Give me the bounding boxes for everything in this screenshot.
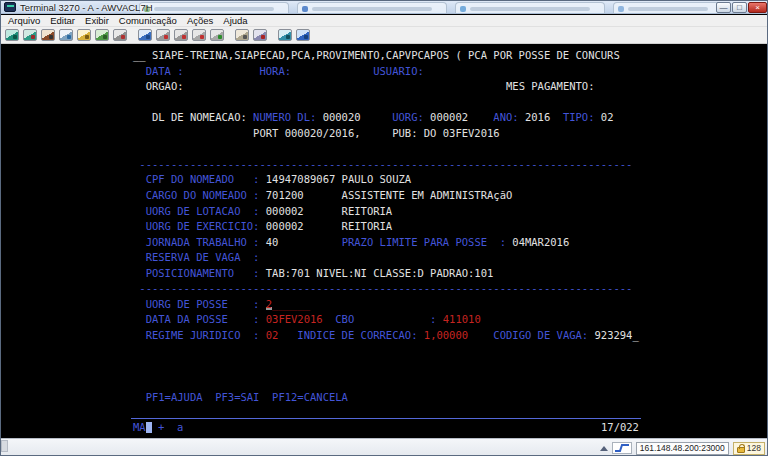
terminal-text-b: DATA DA POSSE : xyxy=(133,313,259,325)
terminal-row-8: ----------------------------------------… xyxy=(133,158,632,171)
terminal-text-w: 14947089067 PAULO SOUZA xyxy=(259,173,411,185)
refresh-icon[interactable] xyxy=(278,29,292,41)
terminal-text-w: 02 xyxy=(595,111,614,123)
copy-screen-icon[interactable] xyxy=(59,29,73,41)
codigo-vaga-input[interactable]: 923294_ xyxy=(588,329,639,341)
terminal-text-w: 2016 xyxy=(519,111,563,123)
statusbar-notch xyxy=(1,440,8,452)
close-button[interactable]: × xyxy=(748,2,767,13)
terminal-text-w: TAB:701 NIVEL:NI CLASSE:D PADRAO:101 xyxy=(259,267,493,279)
desktop: Terminal 3270 - A - AWVACL7H — □ × Arqui… xyxy=(0,0,768,456)
cascade-sessions-icon[interactable] xyxy=(23,29,37,41)
terminal-row-13: JORNADA TRABALHO : 40 PRAZO LIMITE PARA … xyxy=(133,236,569,249)
menu-bar: ArquivoEditarExibirComunicaçãoAçõesAjuda xyxy=(1,15,768,27)
upload-chart-icon[interactable] xyxy=(192,29,206,41)
terminal-text-w: 000020 xyxy=(316,111,392,123)
terminal-text-b: CODIGO DE VAGA: xyxy=(468,329,588,341)
terminal-text-b: CPF DO NOMEADO : xyxy=(133,173,259,185)
terminal-app-icon xyxy=(4,2,16,12)
uorg-posse-input-blank[interactable]: ______ xyxy=(272,298,310,310)
terminal-text-w: MES PAGAMENTO: xyxy=(506,80,595,92)
terminal-text-b: CARGO DO NOMEADO : xyxy=(133,189,259,201)
terminal-row-19: REGIME JURIDICO : 02 INDICE DE CORRECAO:… xyxy=(133,329,639,342)
encryption-bits: 128 xyxy=(747,443,761,453)
terminal-text-b: RESERVA DE VAGA : xyxy=(133,251,259,263)
terminal-text-w: 000002 REITORIA xyxy=(259,220,392,232)
background-browser-tab xyxy=(297,2,447,14)
terminal-text-b: TIPO: xyxy=(563,111,595,123)
toolbar xyxy=(1,27,768,44)
minimize-button[interactable]: — xyxy=(716,2,731,13)
data-posse-input[interactable]: 03FEV2016 xyxy=(259,313,322,325)
terminal-row-2: DATA : HORA: USUARIO: xyxy=(133,65,424,78)
security-indicator: 128 xyxy=(733,442,765,455)
terminal-row-10: CARGO DO NOMEADO : 701200 ASSISTENTE EM … xyxy=(133,189,512,202)
table-grid-icon[interactable] xyxy=(138,29,152,41)
oia-plus-icon: + xyxy=(152,421,177,433)
terminal-text-b: UORG DE LOTACAO : xyxy=(133,205,259,217)
status-bar: 161.148.48.200:23000 128 xyxy=(1,438,768,456)
terminal-text-b: ANO: xyxy=(493,111,518,123)
terminal-text-w: 000002 REITORIA xyxy=(259,205,392,217)
maximize-button[interactable]: □ xyxy=(732,2,747,13)
window-title: Terminal 3270 - A - AWVACL7H xyxy=(20,2,153,13)
terminal-row-3: ORGAO: MES PAGAMENTO: xyxy=(133,80,595,93)
connection-status-icon xyxy=(612,442,632,454)
open-session-icon[interactable] xyxy=(77,29,91,41)
host-address: 161.148.48.200:23000 xyxy=(636,442,729,455)
terminal-text-w: 701200 ASSISTENTE EM ADMINISTRAçãO xyxy=(259,189,512,201)
menu-ajuda[interactable]: Ajuda xyxy=(218,15,252,27)
terminal-text-b: UORG DE POSSE : xyxy=(133,298,266,310)
download-chart-icon[interactable] xyxy=(210,29,224,41)
terminal-text-w: 40 xyxy=(259,236,341,248)
background-browser-tab xyxy=(455,2,605,14)
terminal-text-b: DATA : HORA: USUARIO: xyxy=(133,65,424,77)
terminal-row-1: __ SIAPE-TREINA,SIAPECAD,PCA,PROVIMENTO,… xyxy=(133,49,620,62)
background-browser-tab xyxy=(613,2,723,14)
terminal-screen[interactable]: MA + a 17/022 __ SIAPE-TREINA,SIAPECAD,P… xyxy=(1,44,768,438)
send-file-icon[interactable] xyxy=(156,29,170,41)
terminal-text-b: NUMERO DL: xyxy=(253,111,316,123)
terminal-row-5: DL DE NOMEACAO: NUMERO DL: 000020 UORG: … xyxy=(133,111,613,124)
terminal-text-b: PF1=AJUDA PF3=SAI PF12=CANCELA xyxy=(133,391,348,403)
lock-icon xyxy=(737,447,745,453)
terminal-text-b: ----------------------------------------… xyxy=(133,282,632,294)
terminal-text-b: ----------------------------------------… xyxy=(133,158,632,170)
indice-correcao-input[interactable]: 1,00000 xyxy=(417,329,468,341)
menu-comunicacao[interactable]: Comunicação xyxy=(114,15,182,27)
oia-separator-line xyxy=(131,418,641,419)
oia-status: MA + a xyxy=(133,421,183,433)
globe-icon[interactable] xyxy=(296,29,310,41)
terminal-text-b: UORG: xyxy=(392,111,424,123)
regime-juridico-input[interactable]: 02 xyxy=(259,329,278,341)
expand-statusbar-button[interactable] xyxy=(600,446,608,451)
settings-icon[interactable] xyxy=(113,29,127,41)
terminal-row-12: UORG DE EXERCICIO: 000002 REITORIA xyxy=(133,220,392,233)
menu-editar[interactable]: Editar xyxy=(45,15,80,27)
print-screen-icon[interactable] xyxy=(235,29,249,41)
terminal-text-b: PRAZO LIMITE PARA POSSE : xyxy=(342,236,506,248)
terminal-text-b: CBO : xyxy=(323,313,437,325)
session-user-icon[interactable] xyxy=(41,29,55,41)
terminal-text-w: 04MAR2016 xyxy=(506,236,569,248)
terminal-text-b: REGIME JURIDICO : xyxy=(133,329,259,341)
terminal-row-18: DATA DA POSSE : 03FEV2016 CBO : 411010 xyxy=(133,313,481,326)
cbo-input[interactable]: 411010 xyxy=(436,313,480,325)
menu-arquivo[interactable]: Arquivo xyxy=(3,15,45,27)
terminal-text-w: 000002 xyxy=(424,111,494,123)
terminal-row-16: ----------------------------------------… xyxy=(133,282,632,295)
cursor-position-indicator: 17/022 xyxy=(601,421,639,433)
save-session-icon[interactable] xyxy=(95,29,109,41)
terminal-text-b: INDICE DE CORRECAO: xyxy=(278,329,417,341)
new-screen-icon[interactable] xyxy=(5,29,19,41)
macro-record-icon[interactable] xyxy=(253,29,267,41)
terminal-text-w: PORT 000020/2016, PUB: DO 03FEV2016 xyxy=(133,127,500,139)
terminal-row-17: UORG DE POSSE : 2______ xyxy=(133,298,310,311)
terminal-text-b: POSICIONAMENTO : xyxy=(133,267,259,279)
terminal-row-6: PORT 000020/2016, PUB: DO 03FEV2016 xyxy=(133,127,500,140)
terminal-row-23: PF1=AJUDA PF3=SAI PF12=CANCELA xyxy=(133,391,348,404)
terminal-row-9: CPF DO NOMEADO : 14947089067 PAULO SOUZA xyxy=(133,173,411,186)
receive-file-icon[interactable] xyxy=(174,29,188,41)
menu-acoes[interactable]: Ações xyxy=(182,15,218,27)
menu-exibir[interactable]: Exibir xyxy=(80,15,114,27)
